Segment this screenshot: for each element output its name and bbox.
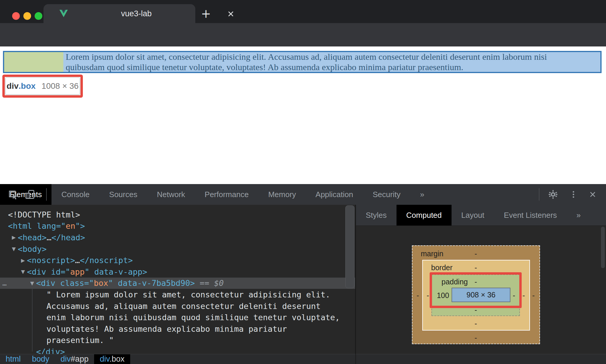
devtools-tab-console[interactable]: Console: [51, 184, 99, 205]
inspected-element-padding-highlight: [4, 52, 63, 72]
toolbar-separator-right: [539, 188, 539, 201]
tree-row-code: <body>: [0, 244, 47, 254]
boxmodel-padding-bottom-value[interactable]: -: [472, 306, 479, 314]
row-ellipsis-icon[interactable]: …: [2, 279, 7, 287]
boxmodel-margin-right-value[interactable]: -: [530, 291, 537, 299]
page-viewport: Lorem ipsum dolor sit amet, consectetur …: [0, 46, 606, 184]
tree-row-code: <!DOCTYPE html>: [0, 210, 80, 219]
tree-row-code: <html lang="en">: [0, 221, 85, 231]
page-paragraph: Lorem ipsum dolor sit amet, consectetur …: [66, 51, 547, 72]
tree-row[interactable]: voluptates! Ab assumenda explicabo minim…: [0, 323, 355, 335]
breadcrumb-div-box[interactable]: div.box: [94, 354, 130, 364]
devtools-menu-icon[interactable]: [567, 188, 580, 201]
boxmodel-margin-top-value[interactable]: -: [472, 249, 479, 258]
devtools-tab-application[interactable]: Application: [306, 184, 363, 205]
dom-breadcrumb: htmlbodydiv#appdiv.box: [0, 354, 355, 364]
red-annotation-tooltip: [2, 75, 83, 98]
breadcrumb-html[interactable]: html: [0, 354, 26, 364]
tree-row[interactable]: <html lang="en">: [0, 220, 355, 232]
window-close-button[interactable]: [12, 12, 20, 20]
boxmodel-margin-label: margin: [421, 249, 443, 258]
devtools-tab-security[interactable]: Security: [363, 184, 410, 205]
tab-strip: vue3-lab +: [0, 0, 606, 23]
devtools-panel: ElementsConsoleSourcesNetworkPerformance…: [0, 184, 606, 364]
devtools-tab-memory[interactable]: Memory: [258, 184, 306, 205]
boxmodel-border-top-value[interactable]: -: [472, 263, 479, 272]
page-paragraph-line2: quibusdam quod similique tenetur volupta…: [66, 62, 547, 72]
devtools-main-tabs: ElementsConsoleSourcesNetworkPerformance…: [0, 184, 606, 205]
tab-close-icon[interactable]: [226, 9, 235, 18]
sidebar-tab-event-listeners[interactable]: Event Listeners: [494, 205, 567, 226]
tree-row-code: enim laborum nisi quibusdam quod similiq…: [0, 313, 340, 322]
breadcrumb-div-app[interactable]: div#app: [55, 354, 94, 364]
tree-row[interactable]: praesentium. ": [0, 335, 355, 346]
tree-row[interactable]: …▼<div class="box" data-v-7ba5bd90> == $…: [0, 278, 355, 289]
tree-row-code: <noscript>…</noscript>: [0, 256, 133, 265]
boxmodel-margin-left-value[interactable]: -: [414, 291, 421, 299]
devtools-tab-performance[interactable]: Performance: [195, 184, 259, 205]
tree-row[interactable]: <!DOCTYPE html>: [0, 209, 355, 220]
browser-window: vue3-lab + ← →: [0, 0, 606, 364]
boxmodel-padding-top-value[interactable]: -: [472, 278, 479, 286]
device-toolbar-icon[interactable]: [24, 188, 36, 201]
sidebar-scrollbar[interactable]: [601, 227, 605, 268]
expand-arrow-open-icon[interactable]: ▼: [12, 246, 16, 252]
tree-row[interactable]: " Lorem ipsum dolor sit amet, consectetu…: [0, 289, 355, 300]
tree-row[interactable]: </div>: [0, 346, 355, 354]
expand-arrow-closed-icon[interactable]: ▶: [21, 257, 25, 263]
tree-row-code: " Lorem ipsum dolor sit amet, consectetu…: [0, 290, 330, 299]
sidebar-tab-computed[interactable]: Computed: [397, 205, 452, 226]
vue-favicon-icon: [59, 9, 68, 19]
expand-arrow-open-icon[interactable]: ▼: [30, 280, 34, 286]
breadcrumb-body[interactable]: body: [26, 354, 55, 364]
boxmodel-border-label: border: [431, 263, 452, 272]
tree-row-code: voluptates! Ab assumenda explicabo minim…: [0, 324, 287, 334]
window-zoom-button[interactable]: [35, 12, 42, 20]
tree-row[interactable]: ▼<div id="app" data-v-app>: [0, 266, 355, 278]
tree-row[interactable]: Accusamus ad, aliquam autem consectetur …: [0, 300, 355, 312]
devtools-tab-network[interactable]: Network: [147, 184, 195, 205]
expand-arrow-closed-icon[interactable]: ▶: [12, 234, 16, 240]
sidebar-more-tabs-button[interactable]: »: [567, 205, 590, 226]
sidebar-tab-styles[interactable]: Styles: [356, 205, 397, 226]
expand-arrow-open-icon[interactable]: ▼: [21, 269, 25, 275]
settings-gear-icon[interactable]: [547, 188, 559, 201]
devtools-more-tabs-button[interactable]: »: [410, 184, 434, 205]
tree-row[interactable]: ▶<head>…</head>: [0, 232, 355, 243]
devtools-sidebar: StylesComputedLayoutEvent Listeners» 908…: [356, 205, 606, 364]
page-paragraph-line1: Lorem ipsum dolor sit amet, consectetur …: [66, 51, 547, 62]
boxmodel-padding-left-value[interactable]: 100: [436, 291, 450, 299]
sidebar-tab-layout[interactable]: Layout: [452, 205, 494, 226]
browser-toolbar: ← → localhost:8080 ☆: [0, 23, 606, 46]
tree-indent-guide: [32, 289, 33, 352]
browser-tab[interactable]: vue3-lab: [43, 4, 195, 23]
sidebar-tabs: StylesComputedLayoutEvent Listeners»: [356, 205, 606, 226]
devtools-tab-sources[interactable]: Sources: [99, 184, 147, 205]
tree-row-code: praesentium. ": [0, 336, 114, 345]
boxmodel-border-left-value[interactable]: -: [424, 291, 431, 299]
boxmodel-border-right-value[interactable]: -: [520, 291, 527, 299]
elements-tree: <!DOCTYPE html><html lang="en">▶<head>…<…: [0, 205, 355, 354]
tab-title: vue3-lab: [121, 4, 152, 23]
boxmodel-margin-bottom-value[interactable]: -: [472, 334, 479, 342]
new-tab-button[interactable]: +: [200, 8, 212, 20]
inspect-element-icon[interactable]: [7, 188, 19, 201]
boxmodel-border-bottom-value[interactable]: -: [472, 319, 479, 328]
sidebar-bottom-bar: [356, 354, 606, 364]
tree-row-code: Accusamus ad, aliquam autem consectetur …: [0, 302, 321, 311]
tree-row[interactable]: ▶<noscript>…</noscript>: [0, 255, 355, 266]
window-minimize-button[interactable]: [23, 12, 31, 20]
elements-tree-scrollbar[interactable]: [345, 205, 354, 288]
toolbar-separator: [46, 188, 47, 201]
tree-row[interactable]: ▼<body>: [0, 243, 355, 255]
devtools-toolbar: ElementsConsoleSourcesNetworkPerformance…: [0, 184, 606, 205]
boxmodel-padding-right-value[interactable]: -: [510, 291, 518, 299]
tree-row[interactable]: enim laborum nisi quibusdam quod similiq…: [0, 312, 355, 323]
devtools-close-icon[interactable]: [586, 188, 599, 201]
boxmodel-padding-label: padding: [441, 278, 468, 286]
